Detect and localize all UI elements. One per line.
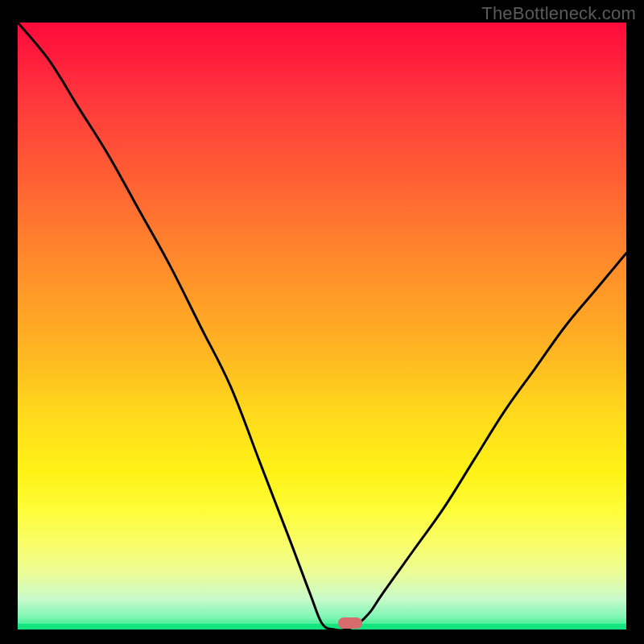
bottleneck-curve bbox=[18, 23, 626, 630]
plot-area bbox=[18, 23, 626, 630]
chart-frame: TheBottleneck.com bbox=[0, 0, 644, 644]
curve-path bbox=[18, 23, 626, 630]
optimal-point-marker-icon bbox=[338, 617, 362, 629]
watermark-text: TheBottleneck.com bbox=[481, 3, 636, 24]
